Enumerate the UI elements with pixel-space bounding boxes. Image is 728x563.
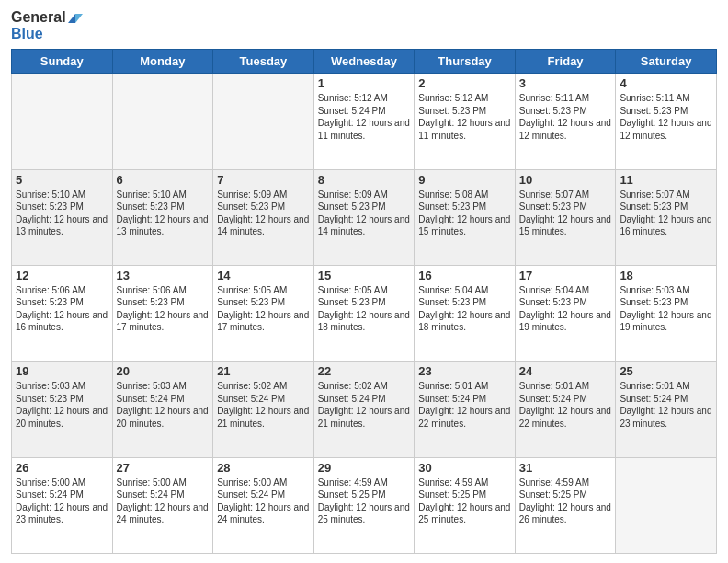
calendar-cell: 9Sunrise: 5:08 AM Sunset: 5:23 PM Daylig… [415,169,516,265]
cell-info: Sunrise: 5:00 AM Sunset: 5:24 PM Dayligh… [16,477,108,526]
weekday-header-row: SundayMondayTuesdayWednesdayThursdayFrid… [12,50,717,74]
calendar-cell: 2Sunrise: 5:12 AM Sunset: 5:23 PM Daylig… [415,74,516,169]
week-row-3: 12Sunrise: 5:06 AM Sunset: 5:23 PM Dayli… [12,265,717,361]
calendar-cell [213,74,314,169]
calendar-cell [616,457,717,553]
calendar-cell: 14Sunrise: 5:05 AM Sunset: 5:23 PM Dayli… [213,265,314,361]
day-number: 29 [318,461,411,475]
calendar-cell: 12Sunrise: 5:06 AM Sunset: 5:23 PM Dayli… [12,265,113,361]
day-number: 4 [620,76,712,90]
calendar-cell: 31Sunrise: 4:59 AM Sunset: 5:25 PM Dayli… [515,457,616,553]
calendar-cell: 28Sunrise: 5:00 AM Sunset: 5:24 PM Dayli… [213,457,314,553]
cell-info: Sunrise: 5:07 AM Sunset: 5:23 PM Dayligh… [620,189,712,238]
week-row-4: 19Sunrise: 5:03 AM Sunset: 5:23 PM Dayli… [12,362,717,457]
day-number: 28 [217,461,310,475]
calendar-cell: 20Sunrise: 5:03 AM Sunset: 5:24 PM Dayli… [112,362,213,457]
cell-info: Sunrise: 5:01 AM Sunset: 5:24 PM Dayligh… [418,380,511,430]
day-number: 7 [217,173,310,187]
cell-info: Sunrise: 5:12 AM Sunset: 5:23 PM Dayligh… [418,92,511,142]
calendar-cell: 10Sunrise: 5:07 AM Sunset: 5:23 PM Dayli… [515,169,616,265]
calendar-cell: 16Sunrise: 5:04 AM Sunset: 5:23 PM Dayli… [415,265,516,361]
day-number: 6 [117,173,210,187]
cell-info: Sunrise: 5:07 AM Sunset: 5:23 PM Dayligh… [519,189,612,238]
cell-info: Sunrise: 5:06 AM Sunset: 5:23 PM Dayligh… [16,284,108,334]
calendar-cell: 19Sunrise: 5:03 AM Sunset: 5:23 PM Dayli… [12,362,113,457]
week-row-2: 5Sunrise: 5:10 AM Sunset: 5:23 PM Daylig… [12,169,717,265]
day-number: 19 [16,364,108,378]
weekday-header-wednesday: Wednesday [313,50,415,74]
cell-info: Sunrise: 5:05 AM Sunset: 5:23 PM Dayligh… [217,284,310,334]
weekday-header-tuesday: Tuesday [213,50,314,74]
calendar-cell: 22Sunrise: 5:02 AM Sunset: 5:24 PM Dayli… [313,362,415,457]
day-number: 23 [418,364,511,378]
day-number: 17 [519,269,612,282]
day-number: 18 [620,269,712,282]
calendar-cell: 30Sunrise: 4:59 AM Sunset: 5:25 PM Dayli… [415,457,516,553]
day-number: 1 [318,76,411,90]
cell-info: Sunrise: 5:05 AM Sunset: 5:23 PM Dayligh… [318,284,411,334]
cell-info: Sunrise: 5:12 AM Sunset: 5:24 PM Dayligh… [318,92,411,142]
cell-info: Sunrise: 5:04 AM Sunset: 5:23 PM Dayligh… [418,284,511,334]
cell-info: Sunrise: 5:03 AM Sunset: 5:23 PM Dayligh… [620,284,712,334]
cell-info: Sunrise: 5:02 AM Sunset: 5:24 PM Dayligh… [318,380,411,430]
day-number: 21 [217,364,310,378]
calendar-cell [12,74,113,169]
day-number: 16 [418,269,511,282]
calendar-cell [112,74,213,169]
day-number: 10 [519,173,612,187]
calendar-cell: 3Sunrise: 5:11 AM Sunset: 5:23 PM Daylig… [515,74,616,169]
day-number: 15 [318,269,411,282]
calendar-cell: 18Sunrise: 5:03 AM Sunset: 5:23 PM Dayli… [616,265,717,361]
weekday-header-monday: Monday [112,50,213,74]
cell-info: Sunrise: 5:10 AM Sunset: 5:23 PM Dayligh… [117,189,210,238]
day-number: 2 [418,76,511,90]
week-row-5: 26Sunrise: 5:00 AM Sunset: 5:24 PM Dayli… [12,457,717,553]
cell-info: Sunrise: 5:01 AM Sunset: 5:24 PM Dayligh… [620,380,712,430]
day-number: 9 [418,173,511,187]
cell-info: Sunrise: 5:11 AM Sunset: 5:23 PM Dayligh… [620,92,712,142]
calendar-cell: 17Sunrise: 5:04 AM Sunset: 5:23 PM Dayli… [515,265,616,361]
cell-info: Sunrise: 5:11 AM Sunset: 5:23 PM Dayligh… [519,92,612,142]
day-number: 30 [418,461,511,475]
day-number: 26 [16,461,108,475]
cell-info: Sunrise: 5:10 AM Sunset: 5:23 PM Dayligh… [16,189,108,238]
cell-info: Sunrise: 5:00 AM Sunset: 5:24 PM Dayligh… [117,477,210,526]
calendar-cell: 8Sunrise: 5:09 AM Sunset: 5:23 PM Daylig… [313,169,415,265]
cell-info: Sunrise: 5:09 AM Sunset: 5:23 PM Dayligh… [217,189,310,238]
day-number: 31 [519,461,612,475]
calendar-cell: 13Sunrise: 5:06 AM Sunset: 5:23 PM Dayli… [112,265,213,361]
day-number: 27 [117,461,210,475]
weekday-header-thursday: Thursday [415,50,516,74]
calendar-cell: 29Sunrise: 4:59 AM Sunset: 5:25 PM Dayli… [313,457,415,553]
calendar-cell: 24Sunrise: 5:01 AM Sunset: 5:24 PM Dayli… [515,362,616,457]
day-number: 14 [217,269,310,282]
cell-info: Sunrise: 4:59 AM Sunset: 5:25 PM Dayligh… [519,477,612,526]
cell-info: Sunrise: 5:01 AM Sunset: 5:24 PM Dayligh… [519,380,612,430]
cell-info: Sunrise: 4:59 AM Sunset: 5:25 PM Dayligh… [318,477,411,526]
week-row-1: 1Sunrise: 5:12 AM Sunset: 5:24 PM Daylig… [12,74,717,169]
calendar-cell: 6Sunrise: 5:10 AM Sunset: 5:23 PM Daylig… [112,169,213,265]
calendar-cell: 26Sunrise: 5:00 AM Sunset: 5:24 PM Dayli… [12,457,113,553]
day-number: 20 [117,364,210,378]
day-number: 25 [620,364,712,378]
day-number: 11 [620,173,712,187]
day-number: 3 [519,76,612,90]
cell-info: Sunrise: 5:00 AM Sunset: 5:24 PM Dayligh… [217,477,310,526]
calendar-table: SundayMondayTuesdayWednesdayThursdayFrid… [11,49,717,554]
calendar-cell: 27Sunrise: 5:00 AM Sunset: 5:24 PM Dayli… [112,457,213,553]
cell-info: Sunrise: 5:04 AM Sunset: 5:23 PM Dayligh… [519,284,612,334]
calendar-cell: 11Sunrise: 5:07 AM Sunset: 5:23 PM Dayli… [616,169,717,265]
cell-info: Sunrise: 5:06 AM Sunset: 5:23 PM Dayligh… [117,284,210,334]
cell-info: Sunrise: 5:02 AM Sunset: 5:24 PM Dayligh… [217,380,310,430]
calendar-cell: 23Sunrise: 5:01 AM Sunset: 5:24 PM Dayli… [415,362,516,457]
logo: General Blue [11,9,83,41]
weekday-header-saturday: Saturday [616,50,717,74]
calendar-cell: 5Sunrise: 5:10 AM Sunset: 5:23 PM Daylig… [12,169,113,265]
day-number: 24 [519,364,612,378]
cell-info: Sunrise: 5:09 AM Sunset: 5:23 PM Dayligh… [318,189,411,238]
logo-text: General Blue [11,9,83,41]
day-number: 13 [117,269,210,282]
calendar-cell: 7Sunrise: 5:09 AM Sunset: 5:23 PM Daylig… [213,169,314,265]
calendar-cell: 1Sunrise: 5:12 AM Sunset: 5:24 PM Daylig… [313,74,415,169]
calendar-cell: 25Sunrise: 5:01 AM Sunset: 5:24 PM Dayli… [616,362,717,457]
